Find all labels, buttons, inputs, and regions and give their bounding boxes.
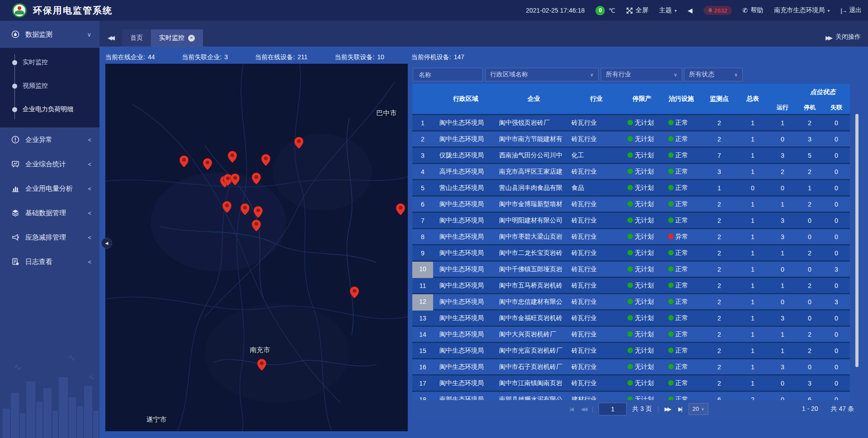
cell-industry: 砖瓦行业 — [570, 379, 623, 387]
cell-region: 阆中生态环境局 — [433, 282, 498, 290]
table-row[interactable]: 2阆中生态环境局阆中市南方节能建材有砖瓦行业无计划正常21030 — [412, 132, 850, 146]
status-ok-dot-icon — [627, 136, 633, 141]
status-ok-dot-icon — [627, 331, 633, 337]
cell-lost: 0 — [823, 396, 850, 400]
page-size-select[interactable]: 20 ∨ — [689, 403, 708, 415]
sidebar-item-data-monitoring[interactable]: 数据监测∨ — [0, 21, 99, 48]
chart-icon — [11, 184, 20, 193]
tab-close-icon[interactable]: ✕ — [188, 35, 195, 42]
cell-meters: 1 — [737, 233, 769, 240]
status-ok-dot-icon — [627, 299, 633, 304]
cell-limit: 无计划 — [623, 363, 661, 371]
sidebar-item-log-view[interactable]: 日志查看< — [0, 250, 99, 274]
table-row[interactable]: 1阆中生态环境局阆中强锐页岩砖厂砖瓦行业无计划正常21120 — [412, 115, 850, 130]
close-operations-button[interactable]: 关闭操作 — [835, 33, 861, 41]
cell-lost: 0 — [823, 217, 850, 224]
cell-meters: 1 — [737, 168, 769, 175]
cell-company: 南充市高坪区王家店建 — [498, 168, 570, 176]
cell-points: 2 — [702, 315, 737, 322]
cell-points: 7 — [702, 152, 737, 159]
status-ok-dot-icon — [627, 283, 633, 288]
cell-run: 0 — [769, 266, 797, 273]
first-page-button[interactable]: |◀ — [570, 406, 572, 412]
cell-limit: 无计划 — [623, 282, 661, 290]
sidebar-item-label: 应急减排管理 — [25, 233, 66, 242]
sidebar-subitem-label: 企业电力负荷明细 — [23, 105, 73, 113]
cell-lost: 0 — [823, 201, 850, 208]
status-ok-dot-icon — [668, 364, 674, 369]
industry-filter-select[interactable]: 所有行业 ∨ — [601, 68, 682, 81]
table-row[interactable]: 10阆中生态环境局阆中千佛镇五郎垭页岩砖瓦行业无计划正常21003 — [412, 262, 850, 277]
col-header-run: 运行 — [769, 104, 797, 112]
cell-industry: 砖瓦行业 — [570, 233, 623, 241]
chevron-down-icon: ∨ — [87, 31, 91, 38]
table-row[interactable]: 3仪陇生态环境局西南油气田分公司川中化工无计划正常71350 — [412, 148, 850, 163]
table-row[interactable]: 7阆中生态环境局阆中明阳建材有限公司砖瓦行业无计划正常21300 — [412, 213, 850, 228]
sidebar-item-enterprise-abnormal[interactable]: 企业异常< — [0, 127, 99, 152]
map-panel[interactable]: 巴中市南充市遂宁市 — [105, 64, 408, 431]
tabs-scroll-right-button[interactable]: ▶▶ — [826, 34, 831, 41]
status-filter-select[interactable]: 所有状态 ∨ — [684, 68, 743, 81]
status-ok-dot-icon — [627, 364, 633, 369]
cell-points: 2 — [702, 363, 737, 371]
table-row[interactable]: 9阆中生态环境局阆中市二龙长宝页岩砖砖瓦行业无计划正常21120 — [412, 245, 850, 260]
cell-industry: 食品 — [570, 184, 623, 192]
cell-num: 17 — [412, 380, 433, 387]
sidebar-subitem-realtime-monitoring[interactable]: 实时监控 — [0, 51, 99, 74]
table-row[interactable]: 6阆中生态环境局阆中市金博瑞新型墙材砖瓦行业无计划正常21120 — [412, 197, 850, 212]
status-ok-dot-icon — [627, 169, 633, 174]
page-number-input[interactable] — [599, 403, 627, 415]
sidebar-item-enterprise-statistics[interactable]: 企业综合统计< — [0, 152, 99, 176]
theme-dropdown[interactable]: 主题▾ — [659, 6, 677, 14]
prev-page-button[interactable]: ◀◀ — [580, 406, 586, 412]
tab-home[interactable]: 首页 — [122, 29, 151, 47]
mute-button[interactable]: ◀ — [688, 7, 693, 14]
cell-company: 阆中明阳建材有限公司 — [498, 217, 570, 225]
table-row[interactable]: 11阆中生态环境局阆中市五马桥页岩机砖砖瓦行业无计划正常21120 — [412, 278, 850, 293]
logout-button[interactable]: [→ 退出 — [840, 6, 862, 14]
bullet-dot-icon — [12, 84, 17, 89]
name-input[interactable] — [418, 71, 478, 79]
cell-industry: 砖瓦行业 — [570, 119, 623, 127]
col-group-point-status: 点位状态 — [769, 88, 850, 96]
map-collapse-handle[interactable]: ◀ — [101, 238, 112, 249]
app-title: 环保用电监管系统 — [33, 5, 113, 17]
organization-dropdown[interactable]: 南充市生态环境局▾ — [774, 6, 830, 14]
notification-badge[interactable]: 2632 — [703, 6, 732, 15]
fullscreen-button[interactable]: 全屏 — [626, 6, 648, 14]
table-row[interactable]: 8阆中生态环境局阆中市枣碧大梁山页岩砖瓦行业无计划异常21300 — [412, 229, 850, 244]
table-row[interactable]: 16阆中生态环境局阆中市石子页岩机砖厂砖瓦行业无计划正常21300 — [412, 359, 850, 374]
status-ok-dot-icon — [668, 380, 674, 386]
table-row[interactable]: 13阆中生态环境局阆中市金福旺页岩机砖砖瓦行业无计划正常21300 — [412, 311, 850, 325]
cell-limit: 无计划 — [623, 217, 661, 225]
col-header-stop: 停机 — [797, 104, 823, 112]
sidebar-subitem-video-monitoring[interactable]: 视频监控 — [0, 74, 99, 98]
scrollbar-thumb[interactable] — [855, 114, 859, 367]
cell-treat: 正常 — [661, 168, 702, 176]
cell-points: 2 — [702, 266, 737, 273]
table-row[interactable]: 18南部生态环境局南部县雄狮水泥有限公建材行业无计划正常62060 — [412, 392, 850, 400]
last-page-button[interactable]: ▶| — [678, 406, 681, 412]
sidebar-item-emergency-reduction[interactable]: 应急减排管理< — [0, 225, 99, 250]
table-row[interactable]: 14阆中生态环境局阆中大兴页岩机砖厂砖瓦行业无计划正常21120 — [412, 327, 850, 342]
cell-stop: 2 — [797, 250, 823, 257]
col-header-lost: 失联 — [823, 104, 850, 112]
help-button[interactable]: ✆ 帮助 — [743, 6, 764, 14]
table-row[interactable]: 12阆中生态环境局阆中市忠信建材有限公砖瓦行业无计划正常21003 — [412, 294, 850, 309]
tab-realtime-monitoring[interactable]: 实时监控✕ — [151, 29, 203, 47]
logout-icon: [→ — [840, 7, 846, 14]
table-row[interactable]: 4高坪生态环境局南充市高坪区王家店建砖瓦行业无计划正常31220 — [412, 164, 850, 179]
cell-meters: 1 — [737, 380, 769, 387]
table-row[interactable]: 15阆中生态环境局阆中市光富页岩机砖厂砖瓦行业无计划正常21120 — [412, 343, 850, 358]
sidebar-subitem-power-load-detail[interactable]: 企业电力负荷明细 — [0, 98, 99, 121]
tabs-scroll-left-button[interactable]: ◀◀ — [108, 34, 113, 41]
name-filter-input[interactable] — [413, 68, 483, 81]
region-filter-select[interactable]: 行政区域名称 ∨ — [485, 68, 599, 81]
sidebar-item-base-data-management[interactable]: 基础数据管理< — [0, 201, 99, 225]
next-page-button[interactable]: ▶▶ — [665, 406, 670, 412]
table-row[interactable]: 17阆中生态环境局阆中市江南镇阆南页岩砖瓦行业无计划正常21030 — [412, 376, 850, 391]
col-header-company: 企业 — [498, 95, 570, 103]
sidebar-item-power-usage-analysis[interactable]: 企业用电量分析< — [0, 176, 99, 201]
cell-stop: 0 — [797, 217, 823, 224]
table-row[interactable]: 5营山生态环境局营山县润丰肉食品有限食品无计划正常10010 — [412, 180, 850, 195]
